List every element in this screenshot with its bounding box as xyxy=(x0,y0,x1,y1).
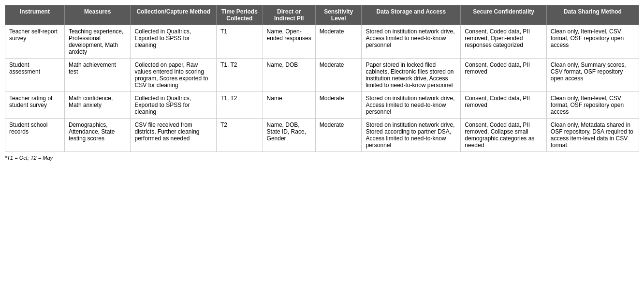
cell-time_periods: T2 xyxy=(217,119,263,152)
cell-instrument: Teacher rating of student survey xyxy=(5,92,65,119)
cell-measures: Teaching experience, Professional develo… xyxy=(64,25,131,59)
col-header-instrument: Instrument xyxy=(5,5,65,25)
cell-confidentiality: Consent, Coded data, PII removed, Open-e… xyxy=(461,25,547,59)
cell-instrument: Student assessment xyxy=(5,59,65,92)
cell-measures: Demographics, Attendance, State testing … xyxy=(64,119,131,152)
cell-storage: Paper stored in locked filed cabinets, E… xyxy=(362,59,461,92)
cell-pii: Name, Open-ended responses xyxy=(263,25,315,59)
cell-pii: Name, DOB xyxy=(263,59,315,92)
cell-pii: Name xyxy=(263,92,315,119)
table-row: Teacher self-report surveyTeaching exper… xyxy=(5,25,639,59)
col-header-collection: Collection/Capture Method xyxy=(131,5,217,25)
cell-time_periods: T1, T2 xyxy=(217,59,263,92)
col-header-time-periods: Time Periods Collected xyxy=(217,5,263,25)
cell-storage: Stored on institution network drive, Acc… xyxy=(362,92,461,119)
cell-collection: Collected in Qualtrics, Exported to SPSS… xyxy=(131,25,217,59)
cell-collection: Collected on paper, Raw values entered i… xyxy=(131,59,217,92)
col-header-sensitivity: Sensitivity Level xyxy=(315,5,362,25)
cell-sharing: Clean only, Item-level, CSV format, OSF … xyxy=(546,92,639,119)
cell-instrument: Student school records xyxy=(5,119,65,152)
cell-sensitivity: Moderate xyxy=(315,119,362,152)
cell-confidentiality: Consent, Coded data, PII removed, Collap… xyxy=(461,119,547,152)
col-header-sharing: Data Sharing Method xyxy=(546,5,639,25)
cell-sharing: Clean only, Item-level, CSV format, OSF … xyxy=(546,25,639,59)
cell-sharing: Clean only, Summary scores, CSV format, … xyxy=(546,59,639,92)
cell-time_periods: T1, T2 xyxy=(217,92,263,119)
cell-instrument: Teacher self-report survey xyxy=(5,25,65,59)
cell-sensitivity: Moderate xyxy=(315,25,362,59)
col-header-pii: Direct or Indirect PII xyxy=(263,5,315,25)
col-header-confidentiality: Secure Confidentiality xyxy=(461,5,547,25)
cell-collection: CSV file received from districts, Furthe… xyxy=(131,119,217,152)
col-header-measures: Measures xyxy=(64,5,131,25)
table-row: Teacher rating of student surveyMath con… xyxy=(5,92,639,119)
cell-sharing: Clean only, Metadata shared in OSF repos… xyxy=(546,119,639,152)
cell-sensitivity: Moderate xyxy=(315,59,362,92)
cell-time_periods: T1 xyxy=(217,25,263,59)
cell-storage: Stored on institution network drive, Sto… xyxy=(362,119,461,152)
cell-collection: Collected in Qualtrics, Exported to SPSS… xyxy=(131,92,217,119)
cell-confidentiality: Consent, Coded data, PII removed xyxy=(461,92,547,119)
cell-measures: Math achievement test xyxy=(64,59,131,92)
cell-sensitivity: Moderate xyxy=(315,92,362,119)
cell-pii: Name, DOB, State ID, Race, Gender xyxy=(263,119,315,152)
footnote: *T1 = Oct; T2 = May xyxy=(5,155,639,161)
table-row: Student school recordsDemographics, Atte… xyxy=(5,119,639,152)
cell-storage: Stored on institution network drive, Acc… xyxy=(362,25,461,59)
col-header-storage: Data Storage and Access xyxy=(362,5,461,25)
table-row: Student assessmentMath achievement testC… xyxy=(5,59,639,92)
cell-measures: Math confidence, Math anxiety xyxy=(64,92,131,119)
cell-confidentiality: Consent, Coded data, PII removed xyxy=(461,59,547,92)
